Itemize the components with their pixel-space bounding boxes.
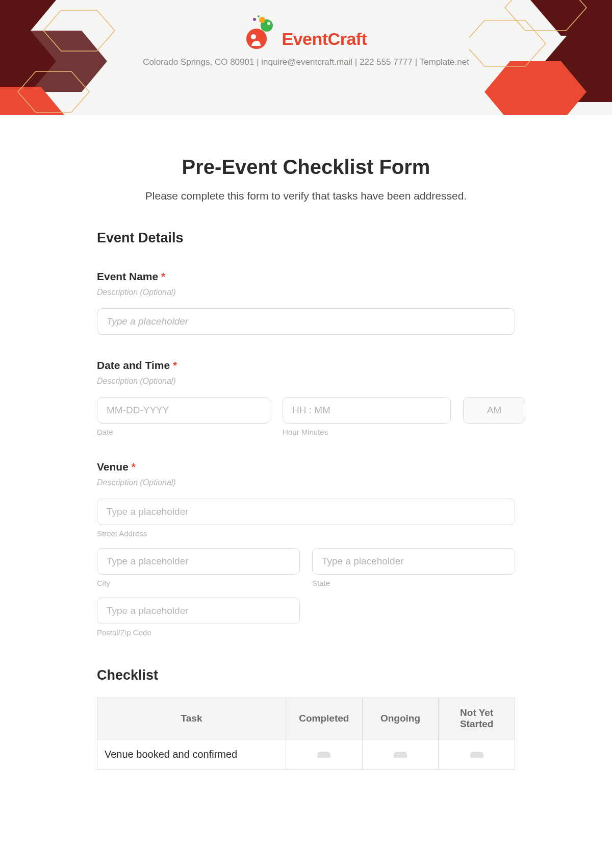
svg-point-15 <box>259 17 265 23</box>
table-row: Venue booked and confirmed <box>97 739 515 770</box>
form-title: Pre-Event Checklist Form <box>97 156 515 179</box>
date-input[interactable] <box>97 397 270 424</box>
th-ongoing: Ongoing <box>362 698 439 739</box>
state-input[interactable] <box>312 548 515 575</box>
checklist-table: Task Completed Ongoing Not Yet Started V… <box>97 698 515 770</box>
required-marker: * <box>161 270 165 282</box>
section-event-details: Event Details <box>97 230 515 246</box>
th-not-started: Not Yet Started <box>439 698 515 739</box>
th-completed: Completed <box>286 698 363 739</box>
date-time-desc: Description (Optional) <box>97 377 515 386</box>
city-sub-label: City <box>97 579 300 587</box>
ampm-select[interactable] <box>463 397 525 424</box>
event-name-label: Event Name <box>97 270 158 282</box>
th-task: Task <box>97 698 286 739</box>
postal-sub-label: Postal/Zip Code <box>97 628 300 637</box>
time-input[interactable] <box>283 397 451 424</box>
checkbox-ongoing[interactable] <box>394 752 407 758</box>
header-banner: EventCraft Colorado Springs, CO 80901 | … <box>0 0 612 115</box>
street-sub-label: Street Address <box>97 529 515 538</box>
brand-name: EventCraft <box>282 29 367 52</box>
required-marker: * <box>173 359 177 371</box>
brand-tagline: Colorado Springs, CO 80901 | inquire@eve… <box>0 57 612 67</box>
svg-point-14 <box>267 22 270 25</box>
venue-label: Venue <box>97 461 129 473</box>
required-marker: * <box>132 461 136 473</box>
svg-point-12 <box>251 34 256 39</box>
state-sub-label: State <box>312 579 515 587</box>
field-venue: Venue * Description (Optional) Street Ad… <box>97 461 515 637</box>
svg-point-16 <box>253 18 256 21</box>
postal-input[interactable] <box>97 598 300 624</box>
event-name-input[interactable] <box>97 308 515 335</box>
brand-logo-icon <box>245 14 277 52</box>
form-subtitle: Please complete this form to verify that… <box>97 190 515 202</box>
date-time-label: Date and Time <box>97 359 170 371</box>
field-event-name: Event Name * Description (Optional) <box>97 270 515 335</box>
street-input[interactable] <box>97 499 515 525</box>
section-checklist: Checklist <box>97 667 515 683</box>
event-name-desc: Description (Optional) <box>97 288 515 297</box>
field-date-time: Date and Time * Description (Optional) D… <box>97 359 515 436</box>
task-cell: Venue booked and confirmed <box>97 739 286 770</box>
brand-lockup: EventCraft <box>245 14 367 52</box>
svg-point-17 <box>258 15 260 17</box>
date-sub-label: Date <box>97 428 270 436</box>
time-sub-label: Hour Minutes <box>283 428 451 436</box>
venue-desc: Description (Optional) <box>97 478 515 487</box>
checkbox-completed[interactable] <box>317 752 330 758</box>
city-input[interactable] <box>97 548 300 575</box>
checkbox-notstarted[interactable] <box>470 752 483 758</box>
